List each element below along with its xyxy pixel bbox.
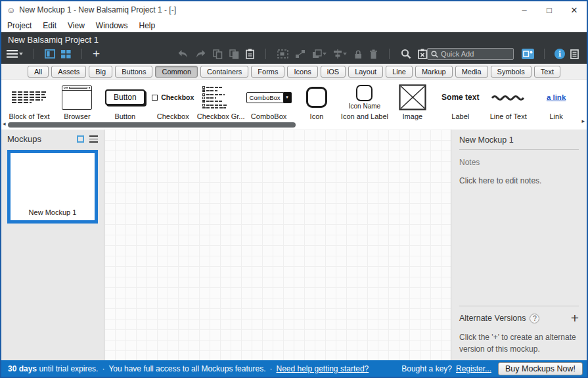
thumbnail-view-icon[interactable] [77, 135, 84, 143]
add-alternate-icon[interactable]: + [571, 313, 579, 323]
window-controls: – □ ✕ [512, 1, 587, 18]
inspector-mockup-title: New Mockup 1 [459, 135, 579, 150]
app-icon: ☺ [7, 5, 15, 15]
library-item-link[interactable]: a link Link [532, 82, 580, 121]
paste-icon[interactable] [246, 49, 254, 59]
menu-view[interactable]: View [68, 21, 85, 30]
register-link[interactable]: Register... [456, 364, 491, 373]
alternate-versions-section: Alternate Versions ? + Click the '+' to … [459, 306, 579, 355]
library-item-line-of-text[interactable]: Line of Text [484, 82, 532, 121]
delete-icon[interactable] [369, 49, 378, 59]
help-icon[interactable]: ? [530, 314, 539, 323]
notes-label: Notes [459, 158, 579, 167]
mockup-thumbnail-label: New Mockup 1 [29, 208, 77, 220]
scroll-right-icon[interactable]: ▸ [581, 118, 585, 124]
clear-clipboard-icon[interactable] [418, 49, 427, 59]
mockups-menu-icon[interactable] [89, 135, 98, 142]
library-item-label: Checkbox Gr... [197, 112, 245, 121]
library-category-tabs: All Assets Big Buttons Common Containers… [1, 64, 587, 80]
scroll-left-icon[interactable]: ◂ [3, 120, 6, 127]
icon-preview [306, 87, 327, 108]
search-icon [431, 51, 438, 58]
info-icon[interactable]: i [554, 49, 565, 59]
tab-text[interactable]: Text [534, 66, 560, 78]
copy-icon[interactable] [213, 49, 223, 59]
align-icon[interactable] [333, 49, 347, 59]
buy-mockups-button[interactable]: Buy Mockups Now! [498, 362, 583, 375]
separator-dot: · [102, 364, 104, 373]
maximize-button[interactable]: □ [537, 1, 562, 18]
tab-all[interactable]: All [28, 66, 49, 78]
close-button[interactable]: ✕ [562, 1, 587, 18]
mockup-canvas[interactable] [104, 130, 451, 360]
library-item-label-widget[interactable]: Some text Label [436, 82, 484, 121]
tab-assets[interactable]: Assets [51, 66, 86, 78]
library-item-label: Browser [64, 112, 90, 121]
tab-forms[interactable]: Forms [251, 66, 284, 78]
mockup-thumbnail[interactable]: New Mockup 1 [7, 150, 98, 224]
trial-text: until trial expires. [39, 364, 98, 373]
library-scrollbar-thumb[interactable] [8, 122, 296, 128]
tab-line[interactable]: Line [386, 66, 413, 78]
alternate-versions-label: Alternate Versions [459, 314, 526, 323]
tab-ios[interactable]: iOS [321, 66, 346, 78]
tab-media[interactable]: Media [455, 66, 488, 78]
menu-edit[interactable]: Edit [43, 21, 57, 30]
library-item-button[interactable]: Button Button [101, 82, 149, 121]
redo-icon[interactable] [195, 49, 206, 59]
library-item-label: Icon and Label [341, 112, 388, 121]
add-mockup-icon[interactable]: + [93, 49, 100, 59]
separator-dot: · [269, 364, 272, 373]
tab-containers[interactable]: Containers [200, 66, 248, 78]
library-item-icon[interactable]: Icon [293, 82, 341, 121]
bought-key-text: Bought a key? [401, 364, 452, 373]
app-window: ☺ New Mockup 1 - New Balsamiq Project 1 … [0, 0, 588, 378]
library-item-browser[interactable]: Browser [53, 82, 101, 121]
icon-and-label-preview: Icon Name [349, 85, 380, 110]
menu-windows[interactable]: Windows [96, 21, 128, 30]
tab-layout[interactable]: Layout [348, 66, 383, 78]
notes-edit-hint[interactable]: Click here to edit notes. [459, 176, 579, 185]
quick-add-box [427, 48, 514, 60]
duplicate-icon[interactable] [229, 49, 239, 59]
undo-icon[interactable] [177, 49, 189, 59]
library-item-combobox[interactable]: ComboBox▼ ComboBox [245, 82, 293, 121]
library-item-block-of-text[interactable]: Block of Text [5, 82, 53, 121]
tab-symbols[interactable]: Symbols [491, 66, 531, 78]
mockups-panel: Mockups New Mockup 1 [1, 130, 104, 360]
grid-view-icon[interactable] [61, 50, 71, 59]
library-item-checkbox-group[interactable]: Checkbox Gr... [197, 82, 245, 121]
label-preview: Some text [441, 93, 479, 102]
minimize-button[interactable]: – [512, 1, 537, 18]
tab-big[interactable]: Big [89, 66, 112, 78]
menu-help[interactable]: Help [139, 21, 156, 30]
tab-markup[interactable]: Markup [415, 66, 453, 78]
quick-add-input[interactable] [441, 50, 510, 58]
single-view-icon[interactable] [45, 49, 55, 59]
line-of-text-preview [484, 82, 532, 112]
library-item-label: Block of Text [9, 112, 49, 121]
library-item-icon-and-label[interactable]: Icon Name Icon and Label [340, 82, 388, 121]
break-apart-icon[interactable] [295, 49, 305, 59]
tab-buttons[interactable]: Buttons [115, 66, 152, 78]
layers-icon[interactable] [312, 49, 327, 59]
menu-project[interactable]: Project [7, 21, 32, 30]
project-info-icon[interactable] [570, 49, 579, 59]
lock-icon[interactable] [353, 49, 363, 59]
library-item-label: Image [403, 112, 423, 121]
transform-icon[interactable] [277, 49, 288, 59]
ui-library-toggle-icon[interactable] [522, 49, 534, 59]
tab-common[interactable]: Common [155, 66, 198, 78]
library-item-label: Link [550, 112, 563, 121]
access-text: You have full access to all Mockups feat… [108, 364, 265, 373]
help-getting-started-link[interactable]: Need help getting started? [276, 364, 369, 373]
checkbox-group-preview [202, 85, 239, 109]
combobox-arrow-icon: ▼ [284, 92, 292, 103]
library-scrollbar[interactable]: ◂ [1, 121, 587, 130]
project-menu-icon[interactable] [7, 50, 23, 58]
combobox-preview: ComboBox▼ [246, 92, 292, 103]
library-item-checkbox[interactable]: Checkbox Checkbox [149, 82, 197, 121]
tab-icons[interactable]: Icons [287, 66, 317, 78]
library-item-image[interactable]: Image [388, 82, 436, 121]
zoom-icon[interactable] [401, 49, 411, 59]
